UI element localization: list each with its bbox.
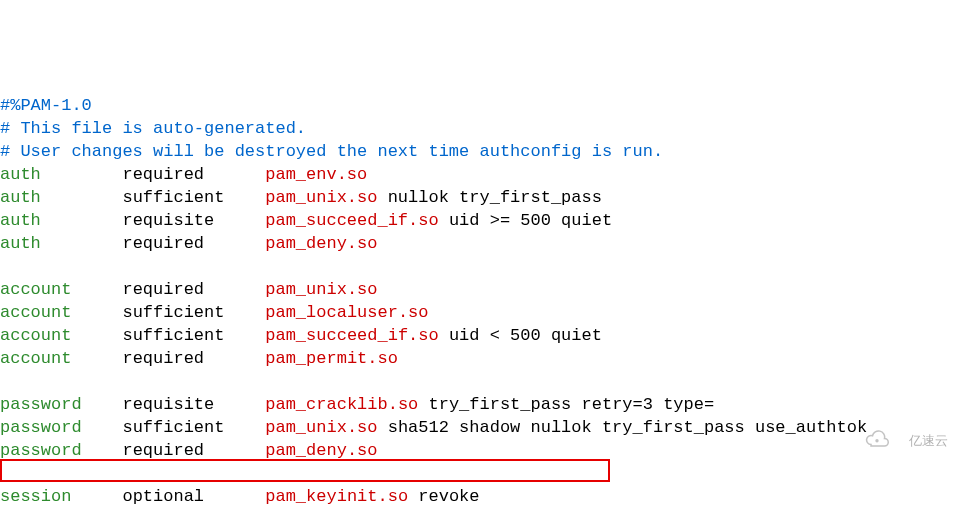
code-segment: # User changes will be destroyed the nex… <box>0 142 663 161</box>
code-segment: #%PAM-1.0 <box>0 96 92 115</box>
code-line <box>0 370 960 393</box>
code-line: auth sufficient pam_unix.so nullok try_f… <box>0 186 960 209</box>
code-segment: pam_succeed_if.so <box>265 211 438 230</box>
code-segment: pam_deny.so <box>265 234 377 253</box>
code-segment: pam_cracklib.so <box>265 395 418 414</box>
code-segment <box>0 372 10 391</box>
code-segment: account <box>0 326 71 345</box>
code-segment: account <box>0 349 71 368</box>
code-line: # User changes will be destroyed the nex… <box>0 140 960 163</box>
code-segment: pam_unix.so <box>265 188 377 207</box>
code-line: auth requisite pam_succeed_if.so uid >= … <box>0 209 960 232</box>
code-segment: account <box>0 303 71 322</box>
code-segment: password <box>0 395 82 414</box>
code-segment: required <box>41 165 265 184</box>
code-segment: password <box>0 441 82 460</box>
code-segment: optional <box>71 487 265 506</box>
code-segment: revoke <box>408 487 479 506</box>
code-segment: pam_unix.so <box>265 418 377 437</box>
code-line: account required pam_permit.so <box>0 347 960 370</box>
code-segment: pam_unix.so <box>265 280 377 299</box>
code-line: account required pam_unix.so <box>0 278 960 301</box>
code-line: account sufficient pam_succeed_if.so uid… <box>0 324 960 347</box>
code-segment: sufficient <box>71 303 265 322</box>
code-segment: required <box>71 280 265 299</box>
code-line: auth required pam_env.so <box>0 163 960 186</box>
code-segment: auth <box>0 188 41 207</box>
code-segment: try_first_pass retry=3 type= <box>418 395 714 414</box>
code-segment: auth <box>0 165 41 184</box>
code-segment: pam_succeed_if.so <box>265 326 438 345</box>
code-segment: sufficient <box>41 188 265 207</box>
code-line: session optional pam_keyinit.so revoke <box>0 485 960 506</box>
code-segment: pam_env.so <box>265 165 367 184</box>
code-line: auth required pam_deny.so <box>0 232 960 255</box>
code-segment: pam_permit.so <box>265 349 398 368</box>
code-segment <box>0 464 10 483</box>
code-segment: password <box>0 418 82 437</box>
code-line: password required pam_deny.so <box>0 439 960 462</box>
code-segment: auth <box>0 234 41 253</box>
code-segment: pam_localuser.so <box>265 303 428 322</box>
code-segment: nullok try_first_pass <box>377 188 601 207</box>
code-segment: required <box>41 234 265 253</box>
code-segment: uid < 500 quiet <box>439 326 602 345</box>
code-segment: account <box>0 280 71 299</box>
code-segment: uid >= 500 quiet <box>439 211 612 230</box>
code-segment: requisite <box>82 395 266 414</box>
code-segment: # This file is auto-generated. <box>0 119 306 138</box>
code-segment <box>0 257 10 276</box>
code-segment: session <box>0 487 71 506</box>
code-segment: pam_deny.so <box>265 441 377 460</box>
code-line <box>0 462 960 485</box>
code-segment: requisite <box>41 211 265 230</box>
code-line: account sufficient pam_localuser.so <box>0 301 960 324</box>
code-segment: required <box>71 349 265 368</box>
pam-config-listing: #%PAM-1.0# This file is auto-generated.#… <box>0 94 960 506</box>
code-segment: sha512 shadow nullok try_first_pass use_… <box>377 418 867 437</box>
code-segment: auth <box>0 211 41 230</box>
code-line: #%PAM-1.0 <box>0 94 960 117</box>
code-line: password requisite pam_cracklib.so try_f… <box>0 393 960 416</box>
code-segment: pam_keyinit.so <box>265 487 408 506</box>
code-line <box>0 255 960 278</box>
code-segment: sufficient <box>71 326 265 345</box>
code-segment: sufficient <box>82 418 266 437</box>
code-line: # This file is auto-generated. <box>0 117 960 140</box>
code-line: password sufficient pam_unix.so sha512 s… <box>0 416 960 439</box>
code-segment: required <box>82 441 266 460</box>
